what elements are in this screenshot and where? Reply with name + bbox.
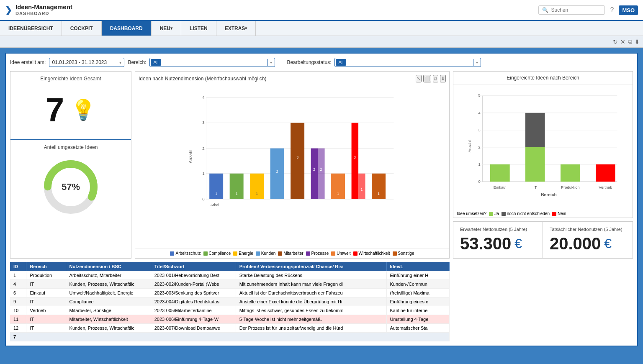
svg-rect-26 (318, 149, 324, 199)
expand-button[interactable]: ⧉ (628, 38, 632, 46)
table-row: 6 Einkauf Umwelt/Nachhaltigkeit, Energie… (10, 289, 450, 297)
nav-item-extras[interactable]: EXTRAS (216, 21, 256, 36)
search-box[interactable]: 🔍 (538, 5, 605, 15)
svg-text:1: 1 (478, 162, 480, 167)
refresh-button[interactable]: ↻ (613, 38, 618, 46)
chart-expand-icon[interactable]: ⤡ (416, 75, 422, 82)
close-button[interactable]: ✕ (620, 38, 625, 46)
table-row: 12 IT Kunden, Prozesse, Wirtschaftlic 20… (10, 324, 450, 333)
svg-rect-32 (358, 174, 365, 199)
chart-icons: ⤡ ⬜ ⧉ ⬇ (416, 75, 446, 82)
cell-nutzendim: Mitarbeiter, Wirtschaftlichkeit (66, 315, 151, 324)
cell-nutzendim: Mitarbeiter, Sonstige (66, 306, 151, 315)
status-filter[interactable]: All ▾ (334, 58, 481, 67)
cell-titel: 2023-002/Kunden-Portal (Webs (151, 280, 236, 289)
donut-chart: 57% (41, 158, 100, 216)
col-idee: Idee/L (386, 262, 449, 271)
header: ❯ Ideen-Management DASHBOARD 🔍 ? MSO (0, 0, 643, 21)
search-input[interactable] (551, 7, 601, 13)
table-row: 11 IT Mitarbeiter, Wirtschaftlichkeit 20… (10, 315, 450, 324)
user-badge: MSO (619, 5, 638, 15)
nav-item-cockpit[interactable]: COCKPIT (62, 21, 102, 36)
cell-problem: Aktuell ist der Durchschnittsverbrauch d… (236, 289, 386, 297)
cell-id: 10 (10, 306, 26, 315)
svg-text:4: 4 (478, 111, 480, 115)
cell-titel: 2023-005/Mitarbeiterkantine (151, 306, 236, 315)
date-filter[interactable]: 01.01.2023 - 31.12.2023 ▾ (49, 58, 124, 67)
svg-rect-21 (270, 149, 284, 199)
help-icon[interactable]: ? (610, 6, 614, 14)
svg-rect-53 (525, 113, 545, 147)
status-badge: All (336, 59, 346, 66)
svg-rect-31 (352, 123, 358, 199)
cell-bereich: IT (26, 324, 66, 333)
center-chart-title: Ideen nach Nutzendimension (Mehrfachausw… (139, 76, 267, 82)
nav-item-neu[interactable]: NEU (152, 21, 181, 36)
bereich-filter[interactable]: All ▾ (149, 58, 275, 67)
donut-label: 57% (62, 182, 80, 192)
ideas-total-title: Eingereichte Ideen Gesamt (15, 76, 127, 82)
nav-item-ideenuebersicht[interactable]: IDEENÜBERSICHT (0, 21, 62, 36)
cell-titel: 2023-007/Download Demoanwe (151, 324, 236, 333)
right-placeholder (453, 262, 633, 341)
bereich-select-main (162, 61, 267, 64)
ideas-impl-panel: Anteil umgesetzte Ideen 57% (10, 140, 131, 258)
legend-nein: Nein (552, 211, 566, 216)
svg-text:2: 2 (276, 169, 278, 174)
legend-wirtschaftlichkeit: Wirtschaftlichkeit (353, 251, 390, 256)
svg-text:1: 1 (256, 192, 258, 196)
svg-text:3: 3 (354, 155, 356, 159)
cell-idee: Kunden-/Commun (386, 280, 449, 289)
svg-text:Bereich: Bereich (541, 192, 557, 197)
cell-bereich: IT (26, 315, 66, 324)
status-select-main (347, 61, 473, 64)
toolbar: ↻ ✕ ⧉ ⬇ (0, 36, 643, 48)
cell-id: 9 (10, 297, 26, 306)
actual-number: 20.000 (550, 234, 601, 253)
cell-problem: 5-Tage-Woche ist nicht mehr zeitgemäß. (236, 315, 386, 324)
download-button[interactable]: ⬇ (635, 38, 640, 46)
footer-count: 7 (10, 333, 26, 341)
cell-id: 12 (10, 324, 26, 333)
legend-kunden: Kunden (256, 251, 275, 256)
cell-problem: Mittags ist es schwer, gesundes Essen zu… (236, 306, 386, 315)
app-title: Ideen-Management DASHBOARD (15, 3, 72, 16)
cell-bereich: Einkauf (26, 289, 66, 297)
svg-text:Vertrieb: Vertrieb (599, 185, 612, 190)
cell-id: 1 (10, 271, 26, 280)
ideas-total-panel: Eingereichte Ideen Gesamt 7 💡 (10, 72, 131, 140)
nav-item-dashboard[interactable]: DASHBOARD (102, 21, 152, 36)
cell-bereich: IT (26, 280, 66, 289)
donut-container: 57% (15, 154, 127, 220)
col-problem: Problem/ Verbesserungspotenzial/ Chance/… (236, 262, 386, 271)
logo-area: ❯ Ideen-Management DASHBOARD (5, 3, 72, 16)
chart-copy-icon[interactable]: ⧉ (433, 75, 438, 82)
table-row: 4 IT Kunden, Prozesse, Wirtschaftlic 202… (10, 280, 450, 289)
cell-problem: Der Prozess ist für uns zeitaufwendig un… (236, 324, 386, 333)
bereich-label: Bereich: (128, 59, 146, 65)
dashboard-inner: Idee erstellt am: 01.01.2023 - 31.12.202… (5, 53, 638, 346)
left-panel: Eingereichte Ideen Gesamt 7 💡 Anteil umg… (10, 71, 131, 259)
svg-text:1: 1 (378, 192, 380, 196)
cell-idee: Einführung eines c (386, 297, 449, 306)
col-id: ID (10, 262, 26, 271)
svg-rect-55 (596, 164, 615, 182)
table-row: 1 Produktion Arbeitsschutz, Mitarbeiter … (10, 271, 450, 280)
bereich-badge: All (151, 59, 161, 66)
search-icon: 🔍 (542, 7, 548, 13)
date-dropdown-icon: ▾ (119, 60, 121, 65)
cell-titel: 2023-006/Einführung 4-Tage-W (151, 315, 236, 324)
chart-download-icon[interactable]: ⬇ (440, 75, 446, 82)
svg-text:3: 3 (202, 120, 204, 125)
chart-fullscreen-icon[interactable]: ⬜ (423, 75, 431, 82)
cell-nutzendim: Compliance (66, 297, 151, 306)
nav-item-listen[interactable]: LISTEN (181, 21, 216, 36)
table-row: 10 Vertrieb Mitarbeiter, Sonstige 2023-0… (10, 306, 450, 315)
center-chart-legend: Arbeitsschutz Compliance Energie Kunden (135, 248, 449, 258)
svg-text:5: 5 (478, 93, 480, 97)
legend-arbeitsschutz: Arbeitsschutz (170, 251, 201, 256)
cell-problem: Anstelle einer Excel könnte die Überprüf… (236, 297, 386, 306)
legend-noch: noch nicht entschieden (502, 211, 550, 216)
svg-text:1: 1 (236, 192, 238, 196)
svg-text:4: 4 (202, 95, 205, 100)
